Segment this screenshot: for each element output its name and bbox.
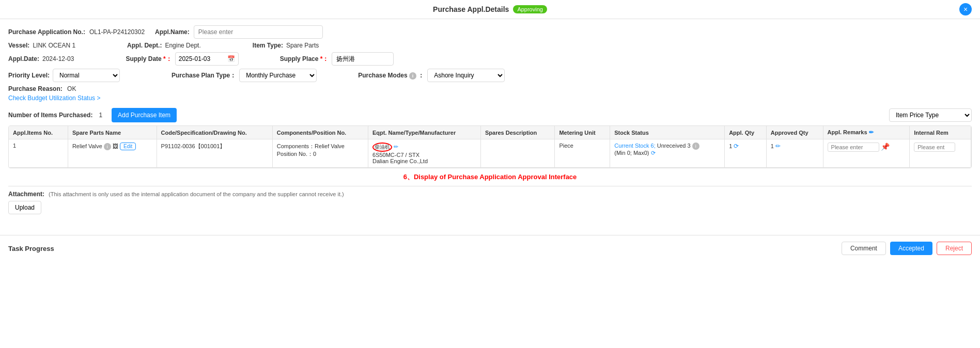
appl-dept-group: Appl. Dept.: Engine Dept.	[127, 42, 201, 49]
stock-info-icon[interactable]: i	[692, 143, 699, 150]
col-components: Components/Position No.	[272, 126, 368, 139]
accepted-button[interactable]: Accepted	[890, 242, 932, 255]
reject-button[interactable]: Reject	[937, 242, 972, 255]
items-row: Number of Items Purchased: 1 Add Purchas…	[8, 108, 972, 122]
cell-spare-parts-name: Relief Valve i 🖼 Edit	[68, 139, 157, 168]
internal-rem-input[interactable]	[914, 143, 955, 152]
purchase-modes-group: Purchase Modes i ： Ashore Inquiry Online…	[358, 69, 505, 82]
appl-no-row: Purchase Application No.: OL1-PA-P241203…	[8, 25, 972, 39]
purchase-plan-group: Purchase Plan Type： Monthly Purchase Spo…	[172, 69, 317, 82]
purchase-plan-type-select[interactable]: Monthly Purchase Spot Purchase	[239, 69, 317, 82]
col-metering-unit: Metering Unit	[555, 126, 610, 139]
priority-level-label: Priority Level:	[8, 72, 50, 79]
page-header: Purchase Appl.Details Approving ×	[0, 0, 980, 19]
upload-button[interactable]: Upload	[8, 201, 41, 214]
cell-approved-qty: 1 ✏	[766, 139, 823, 168]
vessel-row: Vessel: LINK OCEAN 1 Appl. Dept.: Engine…	[8, 42, 972, 49]
comment-button[interactable]: Comment	[842, 242, 886, 255]
appl-name-input[interactable]	[194, 25, 323, 39]
current-stock-link[interactable]: Current Stock 6;	[614, 143, 655, 149]
supply-date-input[interactable]	[179, 55, 225, 62]
pencil-icon[interactable]: ✏	[394, 144, 398, 150]
cell-spares-desc	[480, 139, 554, 168]
appl-name-label: Appl.Name:	[155, 28, 190, 36]
main-content: Purchase Application No.: OL1-PA-P241203…	[0, 19, 980, 225]
cell-stock-status: Current Stock 6; Unreceived 3 i (Min 0; …	[610, 139, 725, 168]
check-budget-row: Check Budget Utilization Status >	[8, 94, 972, 105]
supply-date-input-wrap[interactable]: 📅	[175, 52, 239, 66]
col-code: Code/Specification/Drawing No.	[157, 126, 272, 139]
vessel-value: LINK OCEAN 1	[33, 42, 75, 49]
supply-place-label: Supply Place *：	[280, 55, 329, 64]
priority-level-select[interactable]: Normal Urgent Very Urgent	[53, 69, 120, 82]
page-title: Purchase Appl.Details	[433, 5, 509, 13]
col-spares-desc: Spares Description	[480, 126, 554, 139]
cell-eqpt: 柴油机 ✏ 6S50MC-C7 / STX Dalian Engine Co.,…	[368, 139, 481, 168]
refresh-stock-icon[interactable]: ⟳	[651, 150, 656, 156]
supply-date-label: Supply Date *：	[126, 55, 172, 64]
number-items-label: Number of Items Purchased:	[8, 112, 92, 119]
cell-internal-rem[interactable]	[910, 139, 971, 168]
cell-metering-unit: Piece	[555, 139, 610, 168]
supply-date-group: Supply Date *： 📅	[126, 52, 238, 66]
add-purchase-item-button[interactable]: Add Purchase Item	[112, 108, 177, 122]
item-type-group: Item Type: Spare Parts	[253, 42, 319, 49]
item-price-type-wrap: Item Price Type	[889, 108, 972, 122]
purchase-reason-row: Purchase Reason: OK	[8, 85, 972, 92]
appl-dept-value: Engine Dept.	[165, 42, 200, 49]
appl-no-value: OL1-PA-P24120302	[89, 28, 145, 36]
status-badge: Approving	[513, 5, 547, 13]
pin-icon: 📌	[881, 143, 890, 151]
edit-remarks-icon[interactable]: ✏	[869, 129, 874, 135]
purchase-plan-type-label: Purchase Plan Type：	[172, 71, 236, 80]
cell-appl-remarks[interactable]: 📌	[823, 139, 910, 168]
attachment-label: Attachment:	[8, 191, 44, 198]
item-type-value: Spare Parts	[286, 42, 319, 49]
edit-approved-qty-icon[interactable]: ✏	[775, 143, 781, 150]
item-type-label: Item Type:	[253, 42, 283, 49]
reset-qty-icon[interactable]: ⟳	[734, 143, 739, 150]
number-items-value: 1	[99, 112, 102, 119]
col-appl-items-no: Appl.Items No.	[9, 126, 68, 139]
attachment-row: Attachment: (This attachment is only use…	[8, 191, 972, 198]
supply-place-required: *：	[318, 55, 329, 62]
image-icon[interactable]: 🖼	[113, 143, 118, 149]
col-appl-qty: Appl. Qty	[725, 126, 767, 139]
appl-dept-label: Appl. Dept.:	[127, 42, 162, 49]
engine-label: 柴油机	[372, 143, 392, 152]
supply-date-required: *：	[162, 55, 172, 62]
supply-place-group: Supply Place *：	[280, 52, 394, 66]
vessel-group: Vessel: LINK OCEAN 1	[8, 42, 75, 49]
col-approved-qty: Approved Qty	[766, 126, 823, 139]
appl-remarks-input[interactable]	[828, 143, 879, 152]
annotation-text: 6、Display of Purchase Application Approv…	[8, 172, 972, 182]
edit-row-button[interactable]: Edit	[120, 143, 136, 150]
purchase-modes-info-icon[interactable]: i	[409, 72, 416, 80]
col-appl-remarks: Appl. Remarks ✏	[823, 126, 910, 139]
check-budget-link[interactable]: Check Budget Utilization Status >	[8, 94, 100, 102]
col-spare-parts-name: Spare Parts Name	[68, 126, 157, 139]
task-buttons: Comment Accepted Reject	[842, 242, 972, 255]
attachment-note: (This attachment is only used as the int…	[49, 191, 344, 197]
cell-components: Components：Relief Valve Position No.：0	[272, 139, 368, 168]
appl-date-value: 2024-12-03	[42, 55, 74, 62]
task-progress-bar: Task Progress Comment Accepted Reject	[0, 235, 980, 261]
purchase-modes-select[interactable]: Ashore Inquiry Online Inquiry	[427, 69, 505, 82]
col-stock-status: Stock Status	[610, 126, 725, 139]
cell-appl-qty: 1 ⟳	[725, 139, 767, 168]
cell-no: 1	[9, 139, 68, 168]
purchase-modes-label: Purchase Modes i ：	[358, 71, 424, 80]
supply-place-input[interactable]	[332, 52, 394, 66]
purchase-reason-label: Purchase Reason:	[8, 85, 63, 92]
item-price-type-select[interactable]: Item Price Type	[889, 108, 972, 122]
task-progress-label: Task Progress	[8, 245, 54, 252]
spare-parts-info-icon[interactable]: i	[104, 143, 111, 150]
appl-no-label: Purchase Application No.:	[8, 28, 85, 36]
date-row: Appl.Date: 2024-12-03 Supply Date *： 📅 S…	[8, 52, 972, 66]
attachment-section: Attachment: (This attachment is only use…	[8, 186, 972, 218]
col-eqpt: Eqpt. Name/Type/Manufacturer	[368, 126, 481, 139]
vessel-label: Vessel:	[8, 42, 29, 49]
annotation-area: 6、Display of Purchase Application Approv…	[8, 172, 972, 182]
purchase-items-table: Appl.Items No. Spare Parts Name Code/Spe…	[9, 126, 971, 168]
close-button[interactable]: ×	[959, 3, 972, 15]
